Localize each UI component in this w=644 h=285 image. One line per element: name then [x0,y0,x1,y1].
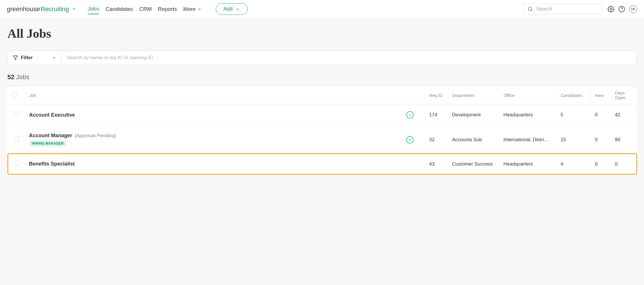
table-row[interactable]: Benefits Specialist43Customer SuccessHea… [8,154,637,174]
cell-candidates: 15 [557,126,591,154]
role-badge: HIRING MANAGER [29,140,67,147]
page-title: All Jobs [7,26,637,41]
cell-candidates: 4 [557,154,591,174]
svg-line-1 [531,10,533,11]
cell-days-open: 90 [611,126,637,154]
col-new[interactable]: New [591,86,611,104]
job-name[interactable]: Account Manager [29,133,72,138]
search-icon [527,6,533,12]
chevron-down-icon [72,7,76,11]
table-row[interactable]: Account Manager (Approval Pending)HIRING… [8,126,637,154]
table-row[interactable]: Account Executive174DevelopmentHeadquart… [8,104,637,126]
nav-more[interactable]: More [183,4,201,14]
settings-icon[interactable] [607,6,614,13]
page: All Jobs Filter 52 Jobs Job Req [0,18,644,182]
jobs-table: Job Req ID Department Office Candidates … [7,86,637,174]
row-checkbox[interactable] [14,161,19,166]
add-button-label: Add [223,6,233,12]
cell-req-id: 43 [425,154,448,174]
check-circle-icon [406,111,414,119]
chevron-down-icon [52,55,56,60]
job-count-line: 52 Jobs [7,73,637,81]
col-department[interactable]: Department [448,86,499,104]
nav-jobs[interactable]: Jobs [88,4,99,14]
add-button[interactable]: Add [216,3,248,15]
filter-icon [13,55,18,60]
svg-point-2 [610,8,612,10]
cell-candidates: 5 [557,104,591,126]
top-icons: DK [607,5,637,13]
col-checkbox [8,86,25,104]
user-avatar[interactable]: DK [629,5,637,13]
select-all-checkbox[interactable] [12,92,17,97]
col-office[interactable]: Office [499,86,557,104]
svg-point-0 [528,7,532,11]
filter-button-label: Filter [21,55,33,61]
cell-days-open: 42 [611,104,637,126]
cell-new: 0 [591,154,611,174]
col-req-id[interactable]: Req ID [425,86,448,104]
brand-part2: Recruiting [41,5,69,13]
cell-days-open: 0 [611,154,637,174]
cell-department: Development [448,104,499,126]
cell-req-id: 32 [425,126,448,154]
chevron-down-icon [235,7,240,11]
nav-reports[interactable]: Reports [158,4,177,14]
job-count: 52 [7,73,14,81]
global-search-input[interactable] [536,6,602,12]
row-checkbox[interactable] [14,136,19,141]
jobs-table-wrap: Job Req ID Department Office Candidates … [7,86,637,174]
global-search[interactable] [523,4,602,14]
help-icon[interactable] [618,6,625,13]
chevron-down-icon [197,7,201,11]
brand-part1: greenhouse [7,5,40,13]
top-nav: greenhouse Recruiting Jobs Candidates CR… [0,0,644,18]
job-name[interactable]: Benefits Specialist [29,161,75,167]
brand-switcher[interactable]: greenhouse Recruiting [7,5,76,13]
filter-search-input[interactable] [62,51,637,65]
cell-new: 0 [591,126,611,154]
cell-office: Headquarters [503,161,553,167]
cell-office: Headquarters [503,112,553,118]
col-job[interactable]: Job [25,86,425,104]
job-count-label: Jobs [16,73,29,81]
nav-candidates[interactable]: Candidates [105,4,133,14]
nav-crm[interactable]: CRM [139,4,152,14]
check-circle-icon [406,136,414,144]
row-checkbox[interactable] [14,112,19,117]
job-status-note: (Approval Pending) [75,133,116,138]
nav-links: Jobs Candidates CRM Reports More [88,4,201,14]
col-days-open[interactable]: Days Open [611,86,637,104]
cell-department: Customer Success [448,154,499,174]
cell-department: Accounts Sub [448,126,499,154]
nav-more-label: More [183,6,195,12]
svg-marker-5 [13,56,18,60]
cell-new: 0 [591,104,611,126]
filter-button[interactable]: Filter [7,51,62,65]
svg-point-3 [619,6,625,12]
cell-office: International, Distri… [503,137,553,143]
job-name[interactable]: Account Executive [29,112,75,118]
cell-req-id: 174 [425,104,448,126]
col-candidates[interactable]: Candidates [557,86,591,104]
filter-row: Filter [7,51,637,65]
